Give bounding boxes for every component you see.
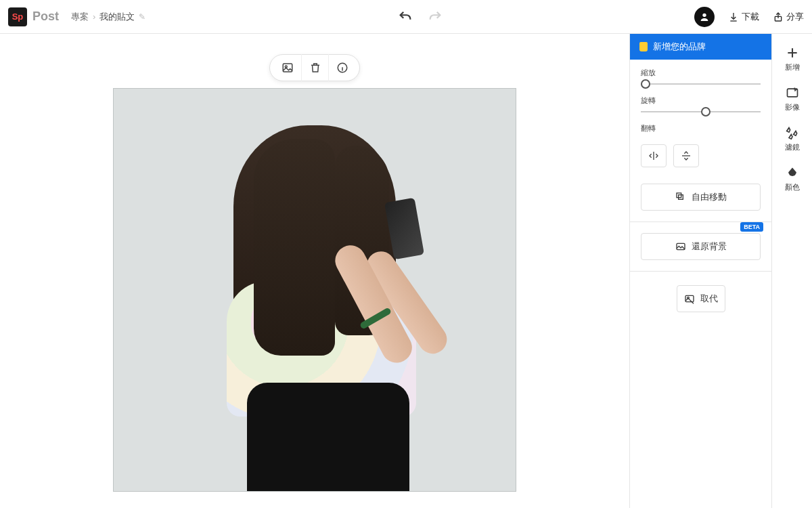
rotate-control: 旋轉 (630, 87, 771, 115)
svg-rect-8 (685, 295, 694, 301)
pencil-icon[interactable]: ✎ (139, 12, 145, 22)
replace-label: 取代 (700, 293, 718, 305)
main-area: 新增您的品牌 縮放 旋轉 翻轉 自由移動 (0, 34, 812, 508)
history-controls (145, 9, 694, 25)
flip-horizontal-button[interactable] (641, 144, 667, 167)
rotate-slider[interactable] (641, 111, 761, 112)
redo-button[interactable] (427, 9, 443, 25)
zoom-slider-thumb[interactable] (641, 79, 650, 89)
download-button[interactable]: 下載 (728, 11, 759, 23)
flip-vertical-button[interactable] (673, 144, 699, 167)
floating-toolbar (269, 54, 360, 81)
download-label: 下載 (742, 11, 759, 23)
zoom-control: 縮放 (630, 60, 771, 87)
canvas-area (0, 34, 629, 508)
image-icon[interactable] (274, 54, 301, 81)
shield-icon (639, 42, 648, 51)
subject-image[interactable] (186, 112, 443, 491)
avatar[interactable] (694, 7, 715, 27)
chevron-right-icon: › (93, 12, 95, 22)
app-logo: Sp (8, 7, 27, 26)
brand-banner-label: 新增您的品牌 (653, 41, 706, 53)
breadcrumb-current[interactable]: 我的貼文 (99, 11, 135, 23)
rail-filter-label: 濾鏡 (785, 142, 800, 152)
rail-color-label: 顏色 (785, 182, 800, 192)
properties-panel: 新增您的品牌 縮放 旋轉 翻轉 自由移動 (629, 34, 771, 508)
rail-add[interactable]: 新增 (785, 46, 800, 72)
free-move-button[interactable]: 自由移動 (641, 184, 761, 211)
rail-color[interactable]: 顏色 (785, 166, 800, 192)
right-rail: 新增 影像 濾鏡 顏色 (771, 34, 812, 508)
restore-bg-wrap: BETA 還原背景 (630, 226, 771, 267)
rail-add-label: 新增 (785, 62, 800, 72)
canvas-frame[interactable] (113, 88, 516, 492)
app-name: Post (32, 9, 59, 24)
share-button[interactable]: 分享 (773, 11, 804, 23)
zoom-label: 縮放 (641, 68, 761, 78)
share-label: 分享 (786, 11, 804, 23)
replace-button[interactable]: 取代 (677, 285, 725, 312)
beta-badge: BETA (740, 222, 763, 232)
rail-image-label: 影像 (785, 102, 800, 112)
breadcrumb-root[interactable]: 專案 (71, 11, 89, 23)
rotate-slider-thumb[interactable] (701, 107, 710, 117)
flip-buttons (630, 144, 771, 177)
restore-background-button[interactable]: 還原背景 (641, 233, 761, 260)
rail-image[interactable]: 影像 (785, 86, 800, 112)
rail-filter[interactable]: 濾鏡 (785, 126, 800, 152)
undo-button[interactable] (397, 9, 413, 25)
trash-icon[interactable] (301, 54, 328, 81)
top-bar: Sp Post 專案 › 我的貼文 ✎ 下載 分享 (0, 0, 812, 34)
free-move-label: 自由移動 (692, 191, 727, 203)
breadcrumb: 專案 › 我的貼文 ✎ (71, 11, 145, 23)
flip-label: 翻轉 (641, 123, 761, 133)
zoom-slider[interactable] (641, 83, 761, 85)
flip-control: 翻轉 (630, 115, 771, 144)
svg-rect-2 (283, 64, 292, 72)
rotate-label: 旋轉 (641, 96, 761, 106)
svg-point-0 (702, 13, 706, 16)
topbar-actions: 下載 分享 (694, 7, 804, 27)
info-icon[interactable] (328, 54, 355, 81)
brand-banner[interactable]: 新增您的品牌 (630, 34, 771, 60)
divider (630, 271, 771, 272)
restore-bg-label: 還原背景 (692, 240, 727, 253)
